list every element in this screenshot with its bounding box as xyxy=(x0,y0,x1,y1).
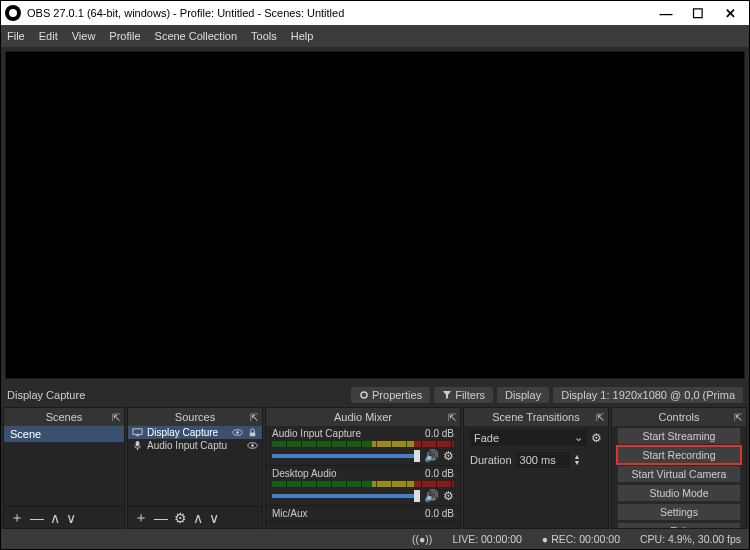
preview-area[interactable] xyxy=(5,51,745,379)
eye-icon[interactable] xyxy=(232,427,243,438)
transition-dropdown[interactable]: Fade⌄ xyxy=(470,429,587,446)
channel-level: 0.0 dB xyxy=(425,428,454,439)
svg-rect-3 xyxy=(136,435,140,436)
status-bar: ((●)) LIVE: 00:00:00 ● REC: 00:00:00 CPU… xyxy=(1,529,749,549)
maximize-button[interactable]: ☐ xyxy=(691,6,705,20)
channel-name: Mic/Aux xyxy=(272,508,308,519)
studio-mode-button[interactable]: Studio Mode xyxy=(617,484,741,502)
channel-name: Desktop Audio xyxy=(272,468,337,479)
svg-rect-2 xyxy=(133,429,142,435)
popout-icon[interactable]: ⇱ xyxy=(250,412,258,423)
svg-point-5 xyxy=(236,431,239,434)
sources-panel: Sources⇱ Display Capture Audio Input Cap… xyxy=(127,407,263,529)
filters-button[interactable]: Filters xyxy=(434,387,493,403)
sources-footer: ＋ — ⚙ ∧ ∨ xyxy=(128,506,262,528)
channel-level: 0.0 dB xyxy=(425,508,454,519)
close-button[interactable]: ✕ xyxy=(723,6,737,20)
remove-source-button[interactable]: — xyxy=(154,510,168,526)
popout-icon[interactable]: ⇱ xyxy=(112,412,120,423)
volume-slider[interactable] xyxy=(272,454,420,458)
start-virtual-camera-button[interactable]: Start Virtual Camera xyxy=(617,465,741,483)
popout-icon[interactable]: ⇱ xyxy=(596,412,604,423)
menu-help[interactable]: Help xyxy=(291,30,314,42)
display-dropdown[interactable]: Display 1: 1920x1080 @ 0,0 (Prima xyxy=(553,387,743,403)
transitions-header: Scene Transitions⇱ xyxy=(464,408,608,426)
audio-meter xyxy=(272,481,454,487)
popout-icon[interactable]: ⇱ xyxy=(734,412,742,423)
lock-icon[interactable] xyxy=(247,427,258,438)
speaker-icon[interactable]: 🔊 xyxy=(424,489,439,503)
mixer-channel: Audio Input Capture0.0 dB 🔊 ⚙ xyxy=(266,426,460,466)
minimize-button[interactable]: — xyxy=(659,6,673,20)
controls-panel: Controls⇱ Start Streaming Start Recordin… xyxy=(611,407,747,529)
menu-scene-collection[interactable]: Scene Collection xyxy=(155,30,238,42)
broadcast-icon: ((●)) xyxy=(412,533,432,545)
menu-file[interactable]: File xyxy=(7,30,25,42)
exit-button[interactable]: Exit xyxy=(617,522,741,528)
channel-level: 0.0 dB xyxy=(425,468,454,479)
svg-point-0 xyxy=(9,9,17,17)
gear-icon[interactable]: ⚙ xyxy=(591,431,602,445)
display-label: Display xyxy=(497,387,549,403)
mixer-body: Audio Input Capture0.0 dB 🔊 ⚙ Desktop Au… xyxy=(266,426,460,528)
menu-edit[interactable]: Edit xyxy=(39,30,58,42)
settings-button[interactable]: Settings xyxy=(617,503,741,521)
transitions-panel: Scene Transitions⇱ Fade⌄ ⚙ Duration 300 … xyxy=(463,407,609,529)
properties-button[interactable]: Properties xyxy=(351,387,430,403)
gear-icon[interactable]: ⚙ xyxy=(443,489,454,503)
duration-label: Duration xyxy=(470,454,512,466)
menu-tools[interactable]: Tools xyxy=(251,30,277,42)
sources-list[interactable]: Display Capture Audio Input Captu xyxy=(128,426,262,506)
volume-slider[interactable] xyxy=(272,494,420,498)
mic-icon xyxy=(132,440,143,451)
add-scene-button[interactable]: ＋ xyxy=(10,509,24,527)
source-down-button[interactable]: ∨ xyxy=(209,510,219,526)
scenes-footer: ＋ — ∧ ∨ xyxy=(4,506,124,528)
eye-icon[interactable] xyxy=(247,440,258,451)
controls-header: Controls⇱ xyxy=(612,408,746,426)
audio-mixer-panel: Audio Mixer⇱ Audio Input Capture0.0 dB 🔊… xyxy=(265,407,461,529)
menu-profile[interactable]: Profile xyxy=(109,30,140,42)
chevron-down-icon: ⌄ xyxy=(574,431,583,444)
live-status: LIVE: 00:00:00 xyxy=(452,533,521,545)
audio-meter xyxy=(272,441,454,447)
scenes-header: Scenes⇱ xyxy=(4,408,124,426)
channel-name: Audio Input Capture xyxy=(272,428,361,439)
svg-rect-7 xyxy=(136,441,140,447)
app-icon xyxy=(5,5,21,21)
source-label: Display Capture xyxy=(147,427,218,438)
gear-icon[interactable]: ⚙ xyxy=(443,449,454,463)
duration-spinner[interactable]: ▲▼ xyxy=(574,454,581,466)
selected-source-label: Display Capture xyxy=(7,389,85,401)
source-item[interactable]: Display Capture xyxy=(128,426,262,439)
dock-panels: Scenes⇱ Scene ＋ — ∧ ∨ Sources⇱ Display C… xyxy=(1,407,749,529)
svg-rect-6 xyxy=(250,433,256,437)
scene-up-button[interactable]: ∧ xyxy=(50,510,60,526)
add-source-button[interactable]: ＋ xyxy=(134,509,148,527)
source-up-button[interactable]: ∧ xyxy=(193,510,203,526)
cpu-status: CPU: 4.9%, 30.00 fps xyxy=(640,533,741,545)
start-recording-button[interactable]: Start Recording xyxy=(617,446,741,464)
app-window: OBS 27.0.1 (64-bit, windows) - Profile: … xyxy=(0,0,750,550)
preview-toolbar: Display Capture Properties Filters Displ… xyxy=(1,383,749,407)
duration-input[interactable]: 300 ms xyxy=(516,452,570,468)
controls-body: Start Streaming Start Recording Start Vi… xyxy=(612,426,746,528)
source-item[interactable]: Audio Input Captu xyxy=(128,439,262,452)
menu-view[interactable]: View xyxy=(72,30,96,42)
scene-item[interactable]: Scene xyxy=(4,426,124,442)
rec-status: REC: 00:00:00 xyxy=(551,533,620,545)
sources-header: Sources⇱ xyxy=(128,408,262,426)
scenes-list[interactable]: Scene xyxy=(4,426,124,506)
start-streaming-button[interactable]: Start Streaming xyxy=(617,427,741,445)
remove-scene-button[interactable]: — xyxy=(30,510,44,526)
title-bar: OBS 27.0.1 (64-bit, windows) - Profile: … xyxy=(1,1,749,25)
scene-down-button[interactable]: ∨ xyxy=(66,510,76,526)
svg-point-9 xyxy=(251,444,254,447)
transitions-body: Fade⌄ ⚙ Duration 300 ms ▲▼ xyxy=(464,426,608,528)
window-buttons: — ☐ ✕ xyxy=(659,6,745,20)
source-settings-button[interactable]: ⚙ xyxy=(174,510,187,526)
speaker-icon[interactable]: 🔊 xyxy=(424,449,439,463)
scenes-panel: Scenes⇱ Scene ＋ — ∧ ∨ xyxy=(3,407,125,529)
popout-icon[interactable]: ⇱ xyxy=(448,412,456,423)
menu-bar: File Edit View Profile Scene Collection … xyxy=(1,25,749,47)
